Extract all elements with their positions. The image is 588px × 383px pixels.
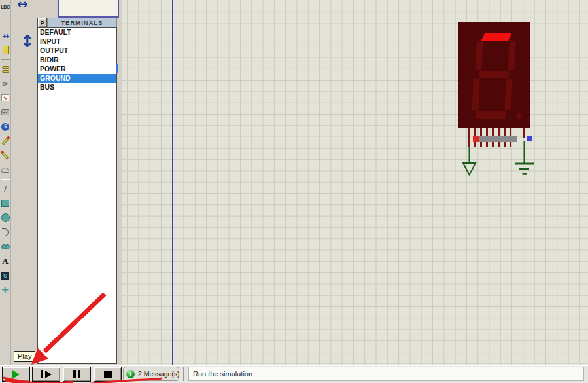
junction-dot-mode-icon[interactable]: ++ — [1, 30, 10, 41]
generator-mode-icon[interactable]: S — [1, 121, 10, 132]
terminal-glyph — [2, 66, 9, 73]
generator-glyph: S — [1, 123, 9, 131]
box-glyph — [1, 200, 9, 207]
info-icon: i — [126, 370, 135, 378]
schematic-canvas[interactable] — [122, 0, 588, 365]
segment-c — [504, 79, 512, 110]
toolbar-divider — [1, 179, 10, 180]
junction-glyph: ++ — [3, 32, 9, 40]
terminal-list-item[interactable]: OUTPUT — [38, 46, 116, 56]
seven-segment-display[interactable] — [458, 22, 530, 128]
stop-button[interactable] — [94, 367, 122, 382]
pause-icon — [78, 370, 80, 378]
2d-marker-tool-icon[interactable]: ✛ — [1, 284, 10, 295]
object-selector-panel: P TERMINALS DEFAULT INPUT OUTPUT BIDIR P… — [37, 0, 119, 365]
statusbar-divider — [183, 367, 184, 381]
step-triangle-icon — [45, 371, 52, 378]
terminals-list[interactable]: DEFAULT INPUT OUTPUT BIDIR POWER GROUND … — [37, 27, 117, 364]
status-message-panel: Run the simulation — [188, 367, 584, 381]
current-probe-mode-icon[interactable] — [1, 150, 10, 161]
status-text: Run the simulation — [193, 370, 252, 378]
tape-recorder-mode-icon[interactable] — [1, 107, 10, 118]
message-counter[interactable]: i 2 Message(s) — [123, 367, 179, 381]
text-script-mode-icon[interactable] — [1, 16, 10, 27]
tape-glyph — [1, 109, 9, 115]
step-button[interactable] — [32, 367, 60, 382]
proteus-window: LBC ++ ⊳ ∿ S / A S ✛ ↔ ↕ P TERMINALS — [0, 0, 588, 383]
meter-glyph — [1, 168, 9, 173]
object-preview-pane — [58, 0, 119, 18]
terminal-list-item[interactable]: BUS — [38, 83, 116, 92]
seven-segment-digit — [469, 31, 519, 120]
graph-mode-icon[interactable]: ∿ — [1, 92, 10, 103]
device-pin-glyph: ⊳ — [2, 79, 9, 88]
mirror-horizontal-icon[interactable]: ↔ — [17, 0, 28, 12]
play-icon — [12, 370, 20, 379]
bus-entry-marker — [473, 136, 479, 142]
device-pin-mode-icon[interactable]: ⊳ — [1, 78, 10, 89]
terminal-list-item[interactable]: BIDIR — [38, 56, 116, 65]
subcircuit-glyph — [3, 46, 9, 54]
segment-a-lit — [481, 33, 512, 41]
pick-devices-button[interactable]: P — [37, 18, 47, 27]
terminals-mode-icon[interactable] — [1, 64, 10, 75]
text-lines-glyph — [2, 18, 9, 25]
2d-path-tool-icon[interactable] — [1, 241, 10, 252]
2d-line-tool-icon[interactable]: / — [1, 183, 10, 194]
symbol-glyph: S — [1, 272, 9, 280]
bus-segment[interactable] — [479, 136, 517, 142]
2d-box-tool-icon[interactable] — [1, 198, 10, 209]
segment-e — [472, 79, 479, 110]
segment-d — [476, 111, 506, 119]
segment-b — [508, 41, 515, 70]
play-button-tooltip: Play — [14, 351, 35, 362]
play-button[interactable] — [2, 367, 30, 382]
animation-control-bar: i 2 Message(s) Run the simulation — [0, 365, 588, 383]
2d-circle-tool-icon[interactable] — [1, 212, 10, 223]
graph-glyph: ∿ — [1, 94, 9, 101]
pause-button[interactable] — [63, 367, 91, 382]
step-bar-icon — [41, 370, 43, 378]
marker-glyph: ✛ — [2, 285, 9, 295]
virtual-instrument-mode-icon[interactable] — [1, 164, 10, 175]
terminal-marker — [527, 136, 532, 141]
segment-g — [479, 71, 510, 78]
current-probe-glyph — [2, 152, 9, 160]
arc-glyph — [2, 228, 9, 236]
line-glyph: / — [4, 184, 7, 194]
mode-toolbar: LBC ++ ⊳ ∿ S / A S ✛ — [0, 0, 11, 365]
text-glyph: A — [2, 256, 8, 266]
terminal-list-item[interactable]: POWER — [38, 65, 116, 74]
voltage-probe-mode-icon[interactable] — [1, 136, 10, 147]
pause-icon — [73, 370, 76, 378]
mirror-vertical-icon[interactable]: ↕ — [20, 31, 35, 51]
wire-label-mode-icon[interactable]: LBC — [1, 1, 10, 12]
ground-terminal-icon[interactable] — [463, 163, 476, 175]
scrollbar-sliver — [116, 64, 118, 73]
stop-icon — [104, 371, 112, 378]
display-pin — [468, 128, 470, 147]
circle-glyph — [1, 213, 10, 222]
2d-text-tool-icon[interactable]: A — [1, 255, 10, 266]
sheet-border-line — [172, 0, 173, 365]
terminal-list-item[interactable]: GROUND — [38, 74, 116, 83]
subcircuit-mode-icon[interactable] — [1, 45, 10, 56]
segment-f — [475, 41, 483, 70]
terminal-list-item[interactable]: DEFAULT — [38, 28, 116, 37]
voltage-probe-glyph — [2, 137, 9, 145]
wire-label-glyph: LBC — [1, 5, 10, 9]
toolbar-divider — [1, 59, 10, 60]
2d-arc-tool-icon[interactable] — [1, 227, 10, 238]
segment-decimal-point — [516, 113, 521, 119]
path-glyph — [1, 244, 10, 249]
message-count-text: 2 Message(s) — [138, 370, 180, 378]
terminal-list-item[interactable]: INPUT — [38, 37, 116, 46]
display-pin-common — [523, 128, 525, 138]
selector-header: TERMINALS — [47, 18, 117, 27]
2d-symbol-tool-icon[interactable]: S — [1, 270, 10, 281]
orientation-controls: ↔ ↕ — [12, 0, 37, 365]
